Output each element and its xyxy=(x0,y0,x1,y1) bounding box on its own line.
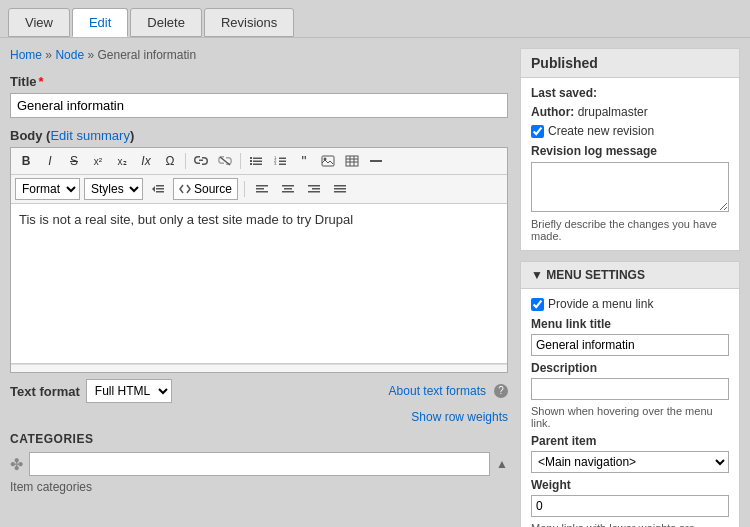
create-revision-row: Create new revision xyxy=(531,124,729,138)
svg-rect-5 xyxy=(253,161,262,163)
breadcrumb-sep1: » xyxy=(45,48,52,62)
btn-subscript[interactable]: x₂ xyxy=(111,151,133,171)
btn-align-left[interactable] xyxy=(251,179,273,199)
published-panel: Published Last saved: Author: drupalmast… xyxy=(520,48,740,251)
menu-settings-panel: ▼ MENU SETTINGS Provide a menu link Menu… xyxy=(520,261,740,527)
svg-rect-29 xyxy=(284,188,292,190)
styles-select[interactable]: Styles xyxy=(84,178,143,200)
unlink-icon xyxy=(218,155,232,167)
weight-label: Weight xyxy=(531,478,729,492)
svg-rect-10 xyxy=(279,158,286,160)
source-label: Source xyxy=(194,182,232,196)
btn-align-center[interactable] xyxy=(277,179,299,199)
author-row: Author: drupalmaster xyxy=(531,105,729,119)
btn-align-right[interactable] xyxy=(303,179,325,199)
btn-hr[interactable] xyxy=(365,151,387,171)
menu-link-title-input[interactable] xyxy=(531,334,729,356)
btn-align-justify[interactable] xyxy=(329,179,351,199)
last-saved-row: Last saved: xyxy=(531,86,729,100)
editor-toolbar-1: B I S x² x₂ Ix Ω xyxy=(11,148,507,175)
btn-table[interactable] xyxy=(341,151,363,171)
source-code-icon xyxy=(179,184,191,194)
about-formats-link[interactable]: About text formats xyxy=(389,384,486,398)
btn-link[interactable] xyxy=(190,151,212,171)
description-label: Description xyxy=(531,361,729,375)
edit-summary-link[interactable]: Edit summary xyxy=(50,128,129,143)
svg-marker-24 xyxy=(152,186,155,192)
btn-source[interactable]: Source xyxy=(173,178,238,200)
toolbar-sep-2 xyxy=(240,153,241,169)
tab-edit[interactable]: Edit xyxy=(72,8,128,37)
revision-log-textarea[interactable] xyxy=(531,162,729,212)
svg-rect-30 xyxy=(282,191,294,193)
svg-rect-3 xyxy=(250,163,252,165)
category-arrow: ▲ xyxy=(496,457,508,471)
table-icon xyxy=(345,155,359,167)
title-input[interactable] xyxy=(10,93,508,118)
btn-blockquote[interactable]: " xyxy=(293,151,315,171)
revision-log-help: Briefly describe the changes you have ma… xyxy=(531,218,729,242)
categories-section: CATEGORIES ✤ ▲ Item categories xyxy=(10,432,508,494)
btn-strike[interactable]: S xyxy=(63,151,85,171)
editor-area[interactable]: Tis is not a real site, but only a test … xyxy=(11,204,507,364)
title-required: * xyxy=(39,74,44,89)
about-formats-help-icon[interactable]: ? xyxy=(494,384,508,398)
body-field-wrap: Body (Edit summary) B I S x² x₂ Ix Ω xyxy=(10,128,508,403)
ul-icon xyxy=(249,155,263,167)
tab-view[interactable]: View xyxy=(8,8,70,37)
published-panel-header: Published xyxy=(521,49,739,78)
provide-menu-link-checkbox[interactable] xyxy=(531,298,544,311)
svg-rect-36 xyxy=(334,191,346,193)
description-help: Shown when hovering over the menu link. xyxy=(531,405,729,429)
btn-outdent[interactable] xyxy=(147,179,169,199)
btn-clear-format[interactable]: Ix xyxy=(135,151,157,171)
editor-resize-handle[interactable] xyxy=(11,364,507,372)
svg-rect-25 xyxy=(256,185,268,187)
btn-italic[interactable]: I xyxy=(39,151,61,171)
show-row-weights-link[interactable]: Show row weights xyxy=(411,410,508,424)
menu-settings-title: ▼ MENU SETTINGS xyxy=(531,268,645,282)
svg-rect-35 xyxy=(334,188,346,190)
btn-superscript[interactable]: x² xyxy=(87,151,109,171)
category-row: ✤ ▲ xyxy=(10,452,508,476)
drag-handle[interactable]: ✤ xyxy=(10,455,23,474)
menu-settings-body: Provide a menu link Menu link title Desc… xyxy=(521,289,739,527)
title-field-wrap: Title* xyxy=(10,74,508,128)
weight-input[interactable] xyxy=(531,495,729,517)
right-column: Published Last saved: Author: drupalmast… xyxy=(520,48,740,527)
link-icon xyxy=(194,155,208,167)
btn-special-chars[interactable]: Ω xyxy=(159,151,181,171)
svg-rect-22 xyxy=(156,188,164,190)
revision-log-label: Revision log message xyxy=(531,144,729,158)
toolbar-sep-3 xyxy=(244,181,245,197)
btn-ul[interactable] xyxy=(245,151,267,171)
editor-wrap: B I S x² x₂ Ix Ω xyxy=(10,147,508,373)
svg-rect-34 xyxy=(334,185,346,187)
parent-item-select[interactable]: <Main navigation> xyxy=(531,451,729,473)
svg-rect-28 xyxy=(282,185,294,187)
breadcrumb-home[interactable]: Home xyxy=(10,48,42,62)
outdent-icon xyxy=(151,183,165,195)
btn-image[interactable] xyxy=(317,151,339,171)
editor-content: Tis is not a real site, but only a test … xyxy=(19,212,353,227)
text-format-label: Text format xyxy=(10,384,80,399)
svg-rect-21 xyxy=(156,185,164,187)
btn-ol[interactable]: 1.2.3. xyxy=(269,151,291,171)
align-right-icon xyxy=(307,183,321,195)
format-select[interactable]: Format xyxy=(15,178,80,200)
tab-delete[interactable]: Delete xyxy=(130,8,202,37)
btn-unlink[interactable] xyxy=(214,151,236,171)
category-input[interactable] xyxy=(29,452,490,476)
weight-help: Menu links with lower weights are displa… xyxy=(531,522,729,527)
btn-bold[interactable]: B xyxy=(15,151,37,171)
create-revision-label: Create new revision xyxy=(548,124,654,138)
text-format-select[interactable]: Full HTML xyxy=(86,379,172,403)
tab-revisions[interactable]: Revisions xyxy=(204,8,294,37)
menu-settings-header[interactable]: ▼ MENU SETTINGS xyxy=(521,262,739,289)
svg-rect-11 xyxy=(279,161,286,163)
description-input[interactable] xyxy=(531,378,729,400)
breadcrumb-node[interactable]: Node xyxy=(55,48,84,62)
create-revision-checkbox[interactable] xyxy=(531,125,544,138)
tabs-bar: View Edit Delete Revisions xyxy=(0,0,750,38)
editor-toolbar-2: Format Styles Source xyxy=(11,175,507,204)
